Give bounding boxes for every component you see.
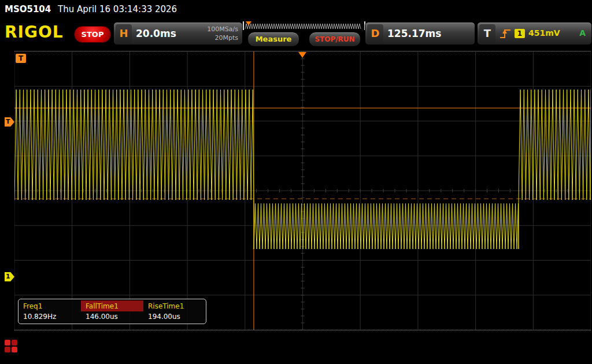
sample-rate: 100MSa/s [207, 25, 238, 34]
trigger-slope-icon [499, 27, 512, 40]
oscilloscope-screen: MSO5104 Thu April 16 03:14:33 2026 RIGOL… [0, 0, 592, 364]
memory-waveform-preview [244, 21, 362, 30]
trigger-level-value: 451mV [528, 28, 560, 38]
channel1-offset-marker[interactable]: 1 [5, 272, 14, 281]
graticule[interactable]: T T 1 Freq1 10.829Hz FallTime1 146.00us … [14, 51, 591, 330]
datetime-text: Thu April 16 03:14:33 2026 [58, 4, 177, 14]
measurement-name: FallTime1 [81, 300, 143, 311]
memory-position-bar[interactable] [243, 21, 365, 30]
rigol-logo: RIGOL [5, 23, 64, 42]
measurement-item[interactable]: FallTime1 146.00us [81, 300, 143, 322]
memory-depth: 20Mpts [207, 34, 238, 42]
measure-button[interactable]: Measure [247, 32, 299, 47]
timebase-value: 20.0ms [136, 28, 176, 39]
model-name: MSO5104 [5, 4, 51, 14]
trigger-label: T [479, 24, 495, 43]
measurement-item[interactable]: Freq1 10.829Hz [18, 300, 81, 322]
waveform-display [14, 51, 591, 330]
measurement-value: 194.00us [143, 311, 206, 322]
trigger-status-flag: T [16, 54, 26, 63]
delay-label: D [367, 24, 383, 43]
horizontal-label: H [116, 24, 132, 43]
delay-value: 125.17ms [387, 28, 441, 39]
channel-bar: 1 100mV -256mV 2 100mV 0.00V 3 100mV 0.0… [0, 334, 592, 364]
measurement-name: RiseTime1 [143, 300, 206, 311]
measurement-item[interactable]: RiseTime1 194.00us [143, 300, 206, 322]
measurements-panel[interactable]: Freq1 10.829Hz FallTime1 146.00us RiseTi… [18, 299, 206, 324]
titlebar: MSO5104 Thu April 16 03:14:33 2026 [0, 0, 592, 18]
delay-button[interactable]: D 125.17ms [365, 22, 475, 45]
acquisition-info: 100MSa/s 20Mpts [207, 25, 238, 42]
horizontal-settings-button[interactable]: H 20.0ms 100MSa/s 20Mpts [113, 22, 243, 45]
app-grid-icon[interactable] [4, 339, 18, 353]
stop-run-button[interactable]: STOP/RUN [309, 32, 361, 47]
trigger-mode: A [579, 28, 586, 38]
trigger-source-badge: 1 [515, 29, 525, 38]
trigger-settings-button[interactable]: T 1 451mV A [477, 22, 592, 45]
measurement-value: 10.829Hz [18, 311, 81, 322]
measurement-value: 146.00us [81, 311, 143, 322]
trigger-level-marker[interactable]: T [5, 117, 14, 127]
measurement-name: Freq1 [18, 300, 81, 311]
run-state-badge: STOP [74, 26, 111, 43]
